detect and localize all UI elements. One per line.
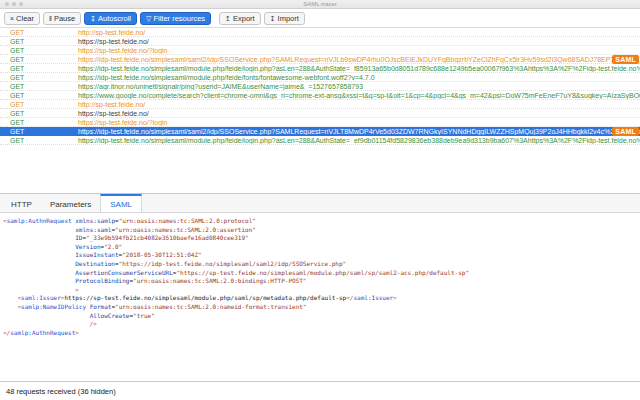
request-url: https://idp-test.feide.no/simplesaml/sam…	[78, 127, 640, 135]
request-url: https://idp-test.feide.no/simplesaml/sam…	[78, 55, 640, 63]
request-method: GET	[0, 136, 78, 144]
xml-line: ProtocolBinding="urn:oasis:names:tc:SAML…	[3, 277, 640, 286]
request-list: GEThttp://sp-test.feide.no/GEThttps://sp…	[0, 28, 640, 193]
request-url: https://www.google.no/complete/search?cl…	[78, 91, 640, 99]
autoscroll-icon: ↧	[90, 15, 96, 22]
request-method: GET	[0, 118, 78, 126]
clear-button[interactable]: ×Clear	[4, 12, 40, 25]
zoom-window-button[interactable]	[19, 2, 23, 6]
request-method: GET	[0, 55, 78, 63]
xml-line: <samlp:NameIDPolicy Format="urn:oasis:na…	[3, 303, 640, 312]
xml-line: </samlp:AuthnRequest>	[3, 329, 640, 338]
import-button-label: Import	[278, 14, 299, 23]
request-method: GET	[0, 46, 78, 54]
request-row[interactable]: GEThttps://idp-test.feide.no/simplesaml/…	[0, 55, 640, 64]
filter-icon: ▽	[146, 15, 151, 22]
request-method: GET	[0, 127, 78, 135]
filter-button-label: Filter resources	[153, 14, 205, 23]
export-icon: ↥	[225, 15, 231, 22]
saml-badge: SAML	[612, 55, 639, 64]
window-title: SAML-tracer	[0, 0, 640, 9]
request-row[interactable]: GEThttp://sp-test.feide.no/	[0, 100, 640, 109]
status-text: 48 requests received (36 hidden)	[6, 387, 116, 396]
request-url: https://idp-test.feide.no/simplesaml/mod…	[78, 64, 640, 72]
clear-icon: ×	[10, 15, 14, 22]
request-method: GET	[0, 109, 78, 117]
request-row[interactable]: GEThttps://sp-test.feide.no/?login	[0, 46, 640, 55]
xml-line: Version="2.0"	[3, 243, 640, 252]
xml-line: <samlp:AuthnRequest xmlns:samlp="urn:oas…	[3, 217, 640, 226]
request-row[interactable]: GEThttps://sp-test.feide.no/	[0, 37, 640, 46]
tab-http[interactable]: HTTP	[2, 194, 41, 212]
xml-line: Destination="https://idp-test.feide.no/s…	[3, 260, 640, 269]
import-button[interactable]: ↧Import	[264, 12, 305, 25]
request-method: GET	[0, 100, 78, 108]
titlebar: SAML-tracer	[0, 0, 640, 9]
request-url: https://sp-test.feide.no/?login	[78, 118, 640, 126]
request-row[interactable]: GEThttps://idp-test.feide.no/simplesaml/…	[0, 127, 640, 136]
clear-button-label: Clear	[16, 14, 34, 23]
request-method: GET	[0, 64, 78, 72]
request-url: https://sp-test.feide.no/?login	[78, 46, 640, 54]
request-row[interactable]: GEThttps://idp-test.feide.no/simplesaml/…	[0, 136, 640, 145]
request-url: https://sp-test.feide.no/	[78, 109, 640, 117]
request-method: GET	[0, 82, 78, 90]
request-url: https://idp-test.feide.no/simplesaml/mod…	[78, 136, 640, 144]
import-icon: ↧	[270, 15, 276, 22]
request-url: https://idp-test.feide.no/simplesaml/mod…	[78, 73, 640, 81]
xml-line: >	[3, 286, 640, 295]
request-row[interactable]: GEThttps://www.google.no/complete/search…	[0, 91, 640, 100]
export-button-label: Export	[233, 14, 255, 23]
pause-button-label: Pause	[54, 14, 75, 23]
request-method: GET	[0, 73, 78, 81]
window-controls	[5, 2, 23, 6]
xml-line: xmlns:saml="urn:oasis:names:tc:SAML:2.0:…	[3, 226, 640, 235]
tab-bar: HTTPParametersSAML	[0, 193, 640, 213]
request-row[interactable]: GEThttp://sp-test.feide.no/	[0, 28, 640, 37]
filter-button[interactable]: ▽Filter resources	[140, 12, 211, 25]
request-url: http://sp-test.feide.no/	[78, 100, 640, 108]
request-method: GET	[0, 91, 78, 99]
minimize-window-button[interactable]	[12, 2, 16, 6]
request-row[interactable]: GEThttps://sp-test.feide.no/	[0, 109, 640, 118]
saml-badge: SAML	[612, 127, 639, 136]
xml-line: AssertionConsumerServiceURL="https://sp-…	[3, 269, 640, 278]
request-method: GET	[0, 28, 78, 36]
request-row[interactable]: GEThttps://idp-test.feide.no/simplesaml/…	[0, 73, 640, 82]
request-row[interactable]: GEThttps://agr.itnor.no/uninett/signalr/…	[0, 82, 640, 91]
xml-line: IssueInstant="2018-05-30T12:51:04Z"	[3, 251, 640, 260]
request-url: http://sp-test.feide.no/	[78, 28, 640, 36]
request-row[interactable]: GEThttps://idp-test.feide.no/simplesaml/…	[0, 64, 640, 73]
autoscroll-button-label: Autoscroll	[98, 14, 131, 23]
request-url: https://sp-test.feide.no/	[78, 37, 640, 45]
xml-line: ID="_33e9b594fb21cb4082e3510baefe16ad084…	[3, 234, 640, 243]
tab-saml[interactable]: SAML	[100, 194, 142, 212]
xml-line: AllowCreate="true"	[3, 312, 640, 321]
pause-button[interactable]: ‖Pause	[43, 12, 81, 25]
saml-xml-view: <samlp:AuthnRequest xmlns:samlp="urn:oas…	[0, 213, 640, 381]
autoscroll-button[interactable]: ↧Autoscroll	[84, 12, 137, 25]
xml-line: />	[3, 320, 640, 329]
toolbar: ×Clear‖Pause↧Autoscroll▽Filter resources…	[0, 9, 640, 28]
saml-tracer-window: SAML-tracer ×Clear‖Pause↧Autoscroll▽Filt…	[0, 0, 640, 400]
xml-line: <saml:Issuer>https://sp-test.feide.no/si…	[3, 294, 640, 303]
tab-parameters[interactable]: Parameters	[41, 194, 100, 212]
request-url: https://agr.itnor.no/uninett/signalr/pin…	[78, 82, 640, 90]
request-method: GET	[0, 37, 78, 45]
toolbar-buttons: ×Clear‖Pause↧Autoscroll▽Filter resources…	[4, 12, 305, 25]
export-button[interactable]: ↥Export	[219, 12, 261, 25]
request-row[interactable]: GEThttps://sp-test.feide.no/?login	[0, 118, 640, 127]
pause-icon: ‖	[49, 15, 52, 22]
close-window-button[interactable]	[5, 2, 9, 6]
status-bar: 48 requests received (36 hidden)	[0, 381, 640, 400]
